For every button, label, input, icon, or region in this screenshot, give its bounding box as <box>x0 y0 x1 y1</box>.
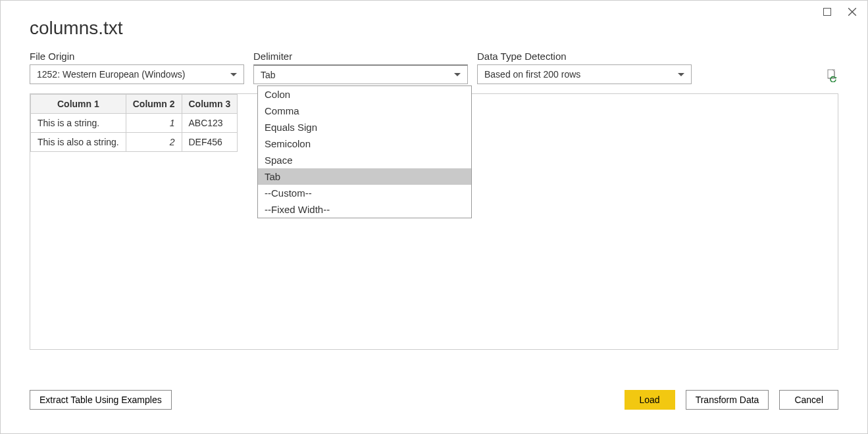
delimiter-option[interactable]: --Fixed Width-- <box>258 201 471 218</box>
cancel-button[interactable]: Cancel <box>779 390 838 410</box>
cell: 2 <box>126 133 182 152</box>
delimiter-option[interactable]: Equals Sign <box>258 119 471 135</box>
refresh-icon[interactable] <box>701 68 838 83</box>
dialog-footer: Extract Table Using Examples Load Transf… <box>1 375 867 433</box>
chevron-down-icon <box>678 73 684 76</box>
detection-select[interactable]: Based on first 200 rows <box>477 64 692 84</box>
table-row: This is a string. 1 ABC123 <box>31 114 238 133</box>
cell: This is also a string. <box>31 133 126 152</box>
delimiter-option[interactable]: Semicolon <box>258 135 471 152</box>
file-origin-group: File Origin 1252: Western European (Wind… <box>30 51 244 84</box>
cell: DEF456 <box>182 133 238 152</box>
col-header: Column 1 <box>31 95 126 114</box>
file-origin-label: File Origin <box>30 51 244 62</box>
col-header: Column 3 <box>182 95 238 114</box>
delimiter-label: Delimiter <box>253 51 468 62</box>
detection-label: Data Type Detection <box>477 51 692 62</box>
detection-group: Data Type Detection Based on first 200 r… <box>477 51 692 84</box>
delimiter-option[interactable]: Tab <box>258 168 471 185</box>
cell: This is a string. <box>31 114 126 133</box>
file-origin-value: 1252: Western European (Windows) <box>37 69 230 80</box>
load-button[interactable]: Load <box>625 390 675 410</box>
cell: 1 <box>126 114 182 133</box>
file-origin-select[interactable]: 1252: Western European (Windows) <box>30 64 244 84</box>
extract-examples-button[interactable]: Extract Table Using Examples <box>30 390 172 410</box>
delimiter-option[interactable]: Comma <box>258 103 471 119</box>
transform-data-button[interactable]: Transform Data <box>686 390 769 410</box>
detection-value: Based on first 200 rows <box>484 69 678 80</box>
chevron-down-icon <box>230 73 237 76</box>
chevron-down-icon <box>454 73 461 76</box>
cell: ABC123 <box>182 114 238 133</box>
titlebar-controls <box>823 7 857 16</box>
col-header: Column 2 <box>126 95 182 114</box>
delimiter-value: Tab <box>261 70 454 80</box>
svg-marker-3 <box>835 77 837 79</box>
preview-table: Column 1 Column 2 Column 3 This is a str… <box>30 94 238 152</box>
delimiter-group: Delimiter Tab <box>253 51 468 84</box>
delimiter-option[interactable]: Colon <box>258 86 471 103</box>
delimiter-dropdown[interactable]: ColonCommaEquals SignSemicolonSpaceTab--… <box>257 85 472 218</box>
dialog-window: columns.txt File Origin 1252: Western Eu… <box>0 0 868 434</box>
delimiter-select[interactable]: Tab <box>253 64 468 84</box>
close-icon[interactable] <box>848 7 857 16</box>
table-row: This is also a string. 2 DEF456 <box>31 133 238 152</box>
delimiter-option[interactable]: --Custom-- <box>258 185 471 201</box>
selector-row: File Origin 1252: Western European (Wind… <box>30 51 838 84</box>
page-title: columns.txt <box>30 18 838 39</box>
delimiter-option[interactable]: Space <box>258 152 471 168</box>
maximize-icon[interactable] <box>823 7 832 16</box>
